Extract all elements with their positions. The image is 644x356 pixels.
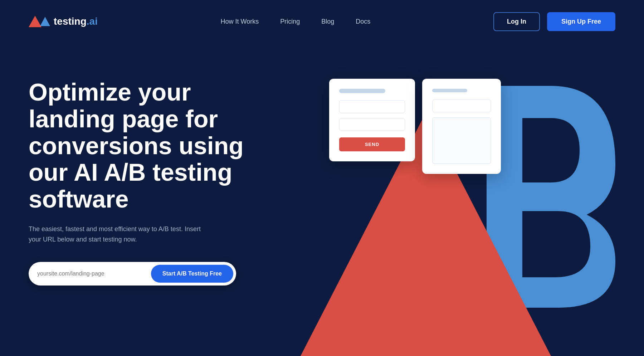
form-card-b [422, 79, 501, 174]
card-b-content [432, 117, 491, 164]
logo-text: testing.ai [54, 16, 98, 27]
hero-input-area: Start A/B Testing Free [29, 262, 236, 286]
form-card-a: SEND [329, 79, 415, 161]
logo-triangle-b [40, 17, 50, 26]
hero-content: Optimize your landing page for conversio… [29, 64, 250, 286]
card-b-input-1 [432, 99, 491, 112]
card-a-header [339, 89, 385, 93]
url-input[interactable] [37, 268, 151, 280]
nav-links: How It Works Pricing Blog Docs [221, 18, 371, 25]
card-b-header [432, 89, 467, 92]
signup-button[interactable]: Sign Up Free [547, 12, 615, 31]
card-a-send-button[interactable]: SEND [339, 137, 405, 151]
card-a-input-1 [339, 100, 405, 113]
hero-subtitle: The easiest, fastest and most efficient … [29, 224, 215, 245]
nav-actions: Log In Sign Up Free [493, 12, 615, 31]
nav-link-pricing[interactable]: Pricing [280, 18, 300, 25]
nav-link-how-it-works[interactable]: How It Works [221, 18, 259, 25]
nav-link-blog[interactable]: Blog [321, 18, 334, 25]
login-button[interactable]: Log In [493, 12, 540, 31]
hero-section: Optimize your landing page for conversio… [0, 43, 644, 356]
hero-illustration: SEND [250, 43, 644, 356]
hero-title: Optimize your landing page for conversio… [29, 79, 250, 213]
nav-link-docs[interactable]: Docs [356, 18, 370, 25]
navbar: testing.ai How It Works Pricing Blog Doc… [0, 0, 644, 43]
logo-triangle-a [29, 16, 42, 27]
start-testing-button[interactable]: Start A/B Testing Free [151, 265, 233, 283]
logo-icon [29, 16, 50, 27]
card-a-input-2 [339, 118, 405, 131]
logo[interactable]: testing.ai [29, 16, 98, 27]
